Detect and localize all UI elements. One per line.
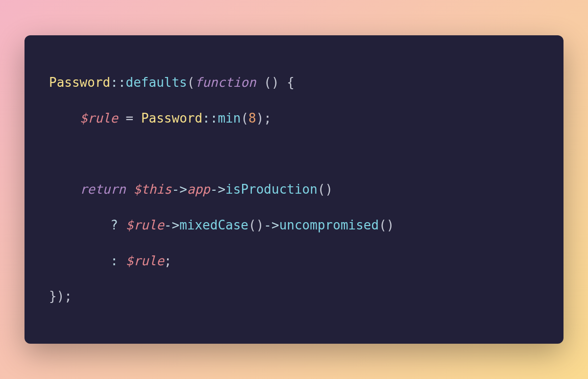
token-ternary: : xyxy=(110,253,125,268)
token-operator: -> xyxy=(264,218,279,232)
token-variable: $rule xyxy=(126,218,164,232)
token-keyword: return xyxy=(80,182,134,197)
token-function: uncompromised xyxy=(279,218,379,232)
token-function: mixedCase xyxy=(179,218,248,232)
token-function: min xyxy=(218,111,241,126)
token-punct: () xyxy=(248,218,264,232)
token-function: defaults xyxy=(126,75,187,90)
token-this: $this xyxy=(133,182,172,197)
token-indent xyxy=(49,182,80,197)
token-punct: () xyxy=(264,75,279,90)
code-line-6: }); xyxy=(49,278,539,314)
token-indent xyxy=(49,218,110,232)
code-line-1: Password::defaults(function () { xyxy=(49,65,539,101)
token-ternary: ? xyxy=(110,218,125,232)
code-line-2: $rule = Password::min(8); xyxy=(49,101,539,136)
token-property: app xyxy=(187,182,210,197)
token-operator: = xyxy=(118,111,141,126)
token-operator: -> xyxy=(164,218,179,232)
token-function: isProduction xyxy=(225,182,318,197)
token-close: }); xyxy=(49,289,72,303)
token-punct: ; xyxy=(164,253,172,268)
token-variable: $rule xyxy=(126,253,164,268)
token-class: Password xyxy=(49,75,110,90)
token-punct: { xyxy=(279,75,294,90)
code-snippet-card: Password::defaults(function () { $rule =… xyxy=(24,35,564,344)
token-punct: () xyxy=(318,182,333,197)
token-punct: ( xyxy=(187,75,195,90)
token-punct: ( xyxy=(241,111,248,126)
token-variable: $rule xyxy=(80,111,118,126)
code-line-4: ? $rule->mixedCase()->uncompromised() xyxy=(49,207,539,243)
token-indent xyxy=(49,253,110,268)
token-punct: ; xyxy=(264,111,271,126)
token-indent xyxy=(49,111,80,126)
code-line-3: return $this->app->isProduction() xyxy=(49,172,539,207)
token-punct: ) xyxy=(256,111,264,126)
token-operator: :: xyxy=(202,111,218,126)
token-number: 8 xyxy=(248,111,256,126)
token-operator: :: xyxy=(110,75,125,90)
token-keyword: function xyxy=(195,75,264,90)
token-punct: () xyxy=(379,218,394,232)
token-operator: -> xyxy=(172,182,187,197)
token-operator: -> xyxy=(210,182,225,197)
code-line-blank xyxy=(49,136,539,172)
token-class: Password xyxy=(141,111,202,126)
code-line-5: : $rule; xyxy=(49,243,539,279)
